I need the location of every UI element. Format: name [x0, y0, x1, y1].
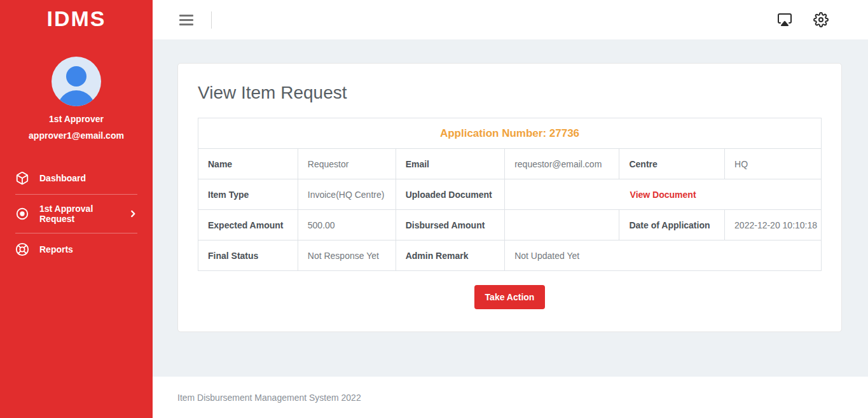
detail-value-cell: Requestor [298, 149, 396, 179]
page-title: View Item Request [198, 83, 822, 103]
detail-label-cell: Expected Amount [198, 210, 298, 240]
sidebar-item-label: Reports [39, 244, 73, 254]
table-row: Final Status Not Response Yet Admin Rema… [198, 240, 822, 271]
detail-label-cell: Disbursed Amount [396, 210, 505, 240]
gear-icon[interactable] [813, 12, 829, 27]
menu-icon[interactable] [179, 15, 193, 25]
user-email: approver1@email.com [0, 130, 153, 141]
chevron-right-icon [128, 209, 137, 218]
disc-icon [15, 207, 29, 221]
sidebar-item-label: Dashboard [39, 173, 86, 183]
detail-label-cell: Date of Application [619, 210, 725, 240]
detail-label-cell: Name [198, 149, 298, 179]
footer-text: Item Disbursement Management System 2022 [177, 393, 361, 403]
detail-value-cell [505, 210, 619, 240]
detail-value-cell: requestor@email.com [505, 149, 619, 179]
table-row: Name Requestor Email requestor@email.com… [198, 149, 822, 179]
detail-label-cell: Final Status [198, 240, 298, 271]
sidebar: IDMS 1st Approver approver1@email.com Da… [0, 0, 153, 418]
table-row: Item Type Invoice(HQ Centre) Uploaded Do… [198, 179, 822, 210]
detail-value-cell: Not Response Yet [298, 240, 396, 271]
topbar [153, 0, 868, 39]
main-area: View Item Request Application Number: 27… [153, 0, 868, 418]
box-icon [15, 171, 29, 185]
detail-label-cell: Email [396, 149, 505, 179]
application-number: Application Number: 27736 [198, 118, 822, 149]
brand-logo[interactable]: IDMS [0, 0, 153, 31]
sidebar-item-1st-approval-request[interactable]: 1st Approval Request [0, 195, 153, 233]
lifebuoy-icon [15, 242, 29, 256]
sidebar-item-reports[interactable]: Reports [0, 233, 153, 265]
airplay-icon[interactable] [777, 12, 792, 27]
detail-label-cell: Admin Remark [396, 240, 505, 271]
content-area: View Item Request Application Number: 27… [153, 39, 868, 377]
footer: Item Disbursement Management System 2022 [153, 377, 868, 418]
detail-label-cell: Item Type [198, 179, 298, 210]
detail-label-cell: Centre [619, 149, 725, 179]
avatar-person-icon [66, 66, 86, 87]
application-number-row: Application Number: 27736 [198, 118, 822, 149]
take-action-button[interactable]: Take Action [474, 285, 546, 309]
topbar-separator [211, 11, 212, 29]
detail-label-cell: Uploaded Document [396, 179, 505, 210]
sidebar-item-dashboard[interactable]: Dashboard [0, 162, 153, 194]
sidebar-item-label: 1st Approval Request [39, 204, 125, 224]
detail-value-cell: 500.00 [298, 210, 396, 240]
detail-value-cell: Invoice(HQ Centre) [298, 179, 396, 210]
view-item-request-card: View Item Request Application Number: 27… [177, 63, 842, 332]
table-row: Expected Amount 500.00 Disbursed Amount … [198, 210, 822, 240]
request-details-table: Application Number: 27736 Name Requestor… [198, 118, 822, 271]
user-role: 1st Approver [0, 114, 153, 124]
detail-value-cell: View Document [505, 179, 822, 210]
detail-value-cell: HQ [725, 149, 822, 179]
sidebar-menu: Dashboard 1st Approval Request [0, 162, 153, 265]
detail-value-cell: 2022-12-20 10:10:18 [725, 210, 822, 240]
avatar [52, 57, 101, 106]
view-document-link[interactable]: View Document [630, 190, 696, 200]
detail-value-cell: Not Updated Yet [505, 240, 822, 271]
